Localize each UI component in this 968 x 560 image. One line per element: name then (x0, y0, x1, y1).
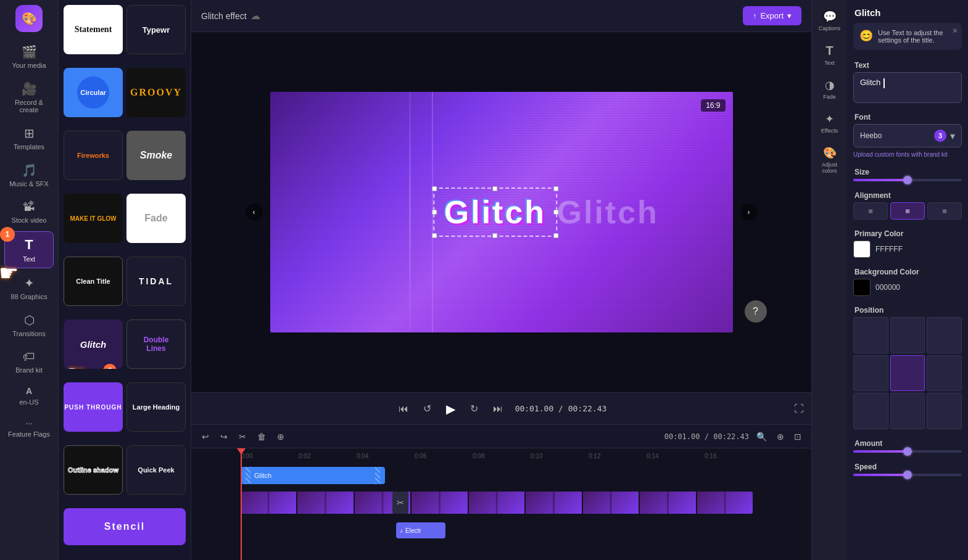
forward-button[interactable]: ↻ (468, 400, 481, 417)
speed-slider-track[interactable] (853, 474, 962, 476)
upload-fonts-link[interactable]: Upload custom fonts with brand kit (853, 151, 962, 158)
glitch-clip[interactable]: Glitch (241, 467, 385, 484)
template-outline-shadow[interactable]: Outline shadow (64, 445, 123, 495)
template-quick-peek[interactable]: Quick Peek (126, 445, 186, 495)
text-input[interactable]: Glitch (853, 72, 962, 103)
bg-color-swatch[interactable] (853, 279, 871, 296)
template-glitch[interactable]: Glitch ☛ 2 (64, 319, 123, 369)
cap-item-captions[interactable]: 💬 Captions (814, 5, 845, 36)
template-push-through[interactable]: PUSH THROUGH (64, 382, 123, 432)
pos-mr[interactable] (927, 355, 962, 392)
resize-tm[interactable] (492, 186, 497, 191)
ruler-14: 0:14 (647, 453, 705, 459)
resize-bl[interactable] (432, 233, 437, 238)
pos-br[interactable] (927, 393, 962, 429)
cap-item-effects[interactable]: ✦ Effects (814, 107, 845, 139)
timeline-time: 00:01.00 / 00:22.43 (664, 432, 749, 441)
cap-item-text[interactable]: T Text (814, 39, 845, 71)
fit-button[interactable]: ⊡ (792, 430, 804, 443)
sidebar-item-transitions[interactable]: ⬡ Transitions (4, 308, 54, 342)
sidebar-item-record-create[interactable]: 🎥 Record & create (4, 76, 54, 118)
font-selector[interactable]: Heebo 3 ▾ (853, 124, 962, 147)
template-fade[interactable]: Fade (126, 194, 186, 243)
undo-button[interactable]: ↩ (199, 430, 212, 443)
pos-bc[interactable] (890, 393, 925, 429)
delete-button[interactable]: 🗑 (254, 430, 269, 443)
step-badge-2: 2 (103, 364, 117, 369)
cut-button[interactable]: ✂ (236, 430, 249, 443)
sidebar-item-music-sfx[interactable]: 🎵 Music & SFX (4, 158, 54, 192)
sidebar-item-en-us[interactable]: A en-US (4, 381, 54, 411)
zoom-in-button[interactable]: ⊕ (774, 430, 787, 443)
timeline-tracks-container: 0:00 0:02 0:04 0:06 0:08 0:10 0:12 0:14 … (191, 448, 811, 560)
music-icon: 🎵 (22, 163, 37, 178)
sidebar-item-text[interactable]: 1 T Text ☛ (4, 231, 54, 268)
clip-stripe-right (375, 467, 380, 484)
circular-inner: Circular (77, 76, 109, 109)
skip-back-button[interactable]: ⏮ (396, 401, 411, 417)
canvas-nav-right[interactable]: › (740, 204, 758, 221)
cap-item-fade[interactable]: ◑ Fade (814, 73, 845, 105)
stock-icon: 📽 (23, 200, 35, 214)
template-groovy[interactable]: GROOVY (126, 68, 186, 117)
zoom-out-button[interactable]: 🔍 (754, 430, 769, 443)
sidebar-item-brand-kit[interactable]: 🏷 Brand kit (4, 345, 54, 379)
align-left-button[interactable]: ≡ (853, 202, 888, 220)
primary-color-row: FFFFFF (853, 241, 962, 258)
sidebar-item-your-media[interactable]: 🎬 Your media (4, 39, 54, 74)
rewind-button[interactable]: ↺ (421, 400, 434, 417)
pos-tl[interactable] (853, 317, 888, 353)
copy-button[interactable]: ⊕ (274, 430, 288, 443)
canvas-nav-left[interactable]: ‹ (246, 204, 263, 221)
sidebar-item-label: Brand kit (15, 366, 42, 374)
pos-mc[interactable] (890, 355, 925, 392)
redo-button[interactable]: ↪ (217, 430, 231, 443)
sidebar-item-stock-video[interactable]: 📽 Stock video (4, 195, 54, 229)
pos-tr[interactable] (927, 317, 962, 353)
speed-slider-fill (853, 474, 908, 476)
template-typewriter[interactable]: Typewr (126, 5, 186, 54)
template-double-lines[interactable]: DoubleLines (126, 319, 186, 369)
primary-color-label: Primary Color (847, 224, 968, 241)
sidebar-item-feature-flags[interactable]: ··· Feature Flags (4, 413, 54, 443)
template-make-it-glow[interactable]: MAKE IT GLOW (64, 194, 123, 243)
template-tidal[interactable]: TIDAL (126, 257, 186, 306)
amount-slider-thumb[interactable] (903, 447, 912, 456)
brand-icon: 🏷 (23, 350, 35, 364)
skip-forward-button[interactable]: ⏭ (490, 401, 505, 417)
sidebar-item-graphics[interactable]: ✦ 88 Graphics (4, 271, 54, 305)
resize-bm[interactable] (492, 233, 497, 238)
align-center-button[interactable]: ≡ (890, 202, 925, 220)
play-button[interactable]: ▶ (444, 399, 458, 419)
canvas-text-box[interactable]: Glitch (433, 187, 557, 237)
template-smoke[interactable]: Smoke (126, 131, 186, 180)
align-right-button[interactable]: ≡ (927, 202, 962, 220)
template-clean-title[interactable]: Clean Title (64, 257, 123, 306)
template-stencil[interactable]: Stencil (64, 508, 186, 545)
template-statement[interactable]: Statement (64, 5, 123, 54)
pos-bl[interactable] (853, 393, 888, 429)
tooltip-close-button[interactable]: ✕ (952, 27, 958, 35)
pos-tc[interactable] (890, 317, 925, 353)
speed-slider-thumb[interactable] (903, 471, 912, 479)
export-button[interactable]: ↑ Export ▾ (743, 6, 801, 25)
pos-ml[interactable] (853, 355, 888, 392)
resize-tl[interactable] (432, 186, 437, 191)
template-large-heading[interactable]: Large Heading (126, 382, 186, 432)
size-slider-track[interactable] (853, 179, 962, 181)
expand-button[interactable]: ⛶ (794, 403, 804, 414)
cap-item-adjust-colors[interactable]: 🎨 Adjust colors (814, 141, 845, 179)
help-button[interactable]: ? (745, 300, 767, 323)
resize-tr[interactable] (553, 186, 558, 191)
ruler-2: 0:02 (299, 453, 357, 459)
template-fireworks[interactable]: Fireworks (64, 131, 123, 180)
amount-slider-track[interactable] (853, 450, 962, 453)
video-strip (241, 492, 753, 514)
sidebar-item-templates[interactable]: ⊞ Templates (4, 121, 54, 155)
template-circular[interactable]: Circular (64, 68, 123, 117)
resize-br[interactable] (553, 233, 558, 238)
size-slider-thumb[interactable] (903, 176, 912, 184)
resize-ml[interactable] (432, 210, 437, 215)
primary-color-swatch[interactable] (853, 241, 871, 258)
music-clip[interactable]: ♪ Electr (396, 522, 445, 538)
